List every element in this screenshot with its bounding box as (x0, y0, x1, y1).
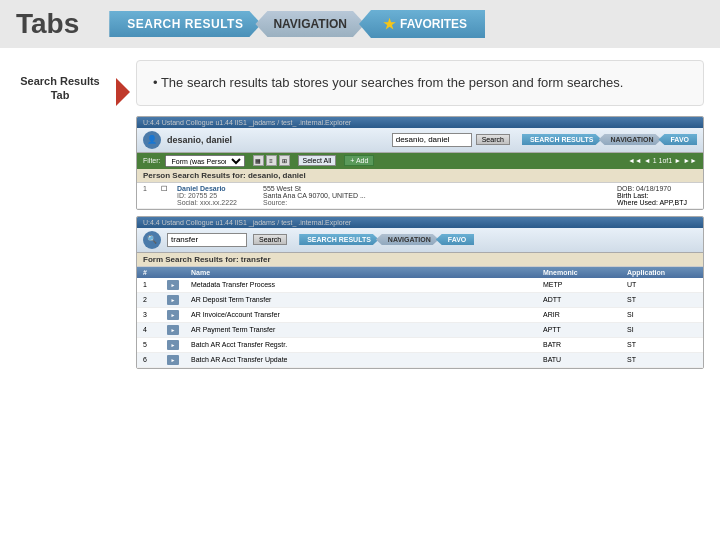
row-2-app: ST (627, 296, 697, 303)
row-3-app: SI (627, 311, 697, 318)
tab-navigation[interactable]: NAVIGATION (255, 11, 365, 37)
person-result-addr2: Santa Ana CA 90700, UNITED ... (263, 192, 611, 199)
form-tab-nav[interactable]: NAVIGATION (376, 234, 439, 245)
row-5-num: 5 (143, 341, 163, 348)
pagination: ◄◄ ◄ 1 1of1 ► ►► (628, 157, 697, 164)
form-col-header: # Name Mnemonic Application (137, 267, 703, 278)
person-result-birth: Birth Last: (617, 192, 697, 199)
person-ss-title-text: U:4.4 Ustand Collogue u1.44 IlS1 _jadams… (143, 119, 351, 126)
row-6-num: 6 (143, 356, 163, 363)
right-content: • The search results tab stores your sea… (120, 48, 720, 540)
person-avatar: 👤 (143, 131, 161, 149)
person-results-header: Person Search Results for: desanio, dani… (137, 169, 703, 183)
person-tab-sr[interactable]: SEARCH RESULTS (522, 134, 602, 145)
prev-page-btn[interactable]: ◄ (644, 157, 651, 164)
form-row-3[interactable]: 3 ► AR Invoice/Account Transfer ARIR SI (137, 308, 703, 323)
description-text: • The search results tab stores your sea… (153, 75, 623, 90)
person-search-input[interactable] (392, 133, 472, 147)
form-search-screenshot: U:4.4 Ustand Collogue u1.44 IlS1 _jadams… (136, 216, 704, 369)
person-result-where: Where Used: APP,BTJ (617, 199, 697, 206)
row-3-name: AR Invoice/Account Transfer (191, 311, 539, 318)
form-tab-fav[interactable]: FAVO (436, 234, 475, 245)
row-2-icon: ► (167, 295, 179, 305)
next-btn[interactable]: ►► (683, 157, 697, 164)
person-tab-fav[interactable]: FAVO (658, 134, 697, 145)
tab-favorites[interactable]: ★ FAVORITES (359, 10, 485, 38)
row-3-icon: ► (167, 310, 179, 320)
row-6-mnemonic: BATU (543, 356, 623, 363)
row-5-name: Batch AR Acct Transfer Regstr. (191, 341, 539, 348)
form-ss-title-text: U:4.4 Ustand Collogue u1.44 IlS1 _jadams… (143, 219, 351, 226)
row-num: 1 (143, 185, 155, 192)
col-application: Application (627, 269, 697, 276)
person-result-dob: DOB: 04/18/1970 (617, 185, 697, 192)
tab-search-results[interactable]: SEARCH RESULTS (109, 11, 261, 37)
list-icon[interactable]: ≡ (266, 155, 277, 166)
row-checkbox[interactable]: ☐ (161, 185, 171, 193)
form-avatar: 🔍 (143, 231, 161, 249)
row-4-app: SI (627, 326, 697, 333)
person-name: desanio, daniel (167, 135, 232, 145)
screenshots-area: U:4.4 Ustand Collogue u1.44 IlS1 _jadams… (136, 116, 704, 369)
person-filter-bar: Filter: Form (was Person Search) ▦ ≡ ⊞ S… (137, 153, 703, 169)
description-box: • The search results tab stores your sea… (136, 60, 704, 106)
form-tab-sr[interactable]: SEARCH RESULTS (299, 234, 379, 245)
person-search-button[interactable]: Search (476, 134, 510, 145)
form-row-4[interactable]: 4 ► AR Payment Term Transfer APTT SI (137, 323, 703, 338)
form-search-input[interactable] (167, 233, 247, 247)
detail-icon[interactable]: ⊞ (279, 155, 290, 166)
row-4-mnemonic: APTT (543, 326, 623, 333)
row-1-num: 1 (143, 281, 163, 288)
row-2-mnemonic: ADTT (543, 296, 623, 303)
col-mnemonic: Mnemonic (543, 269, 623, 276)
row-1-mnemonic: METP (543, 281, 623, 288)
sidebar: Search Results Tab (0, 48, 120, 540)
sidebar-arrow (116, 78, 130, 106)
person-ss-tabbar: SEARCH RESULTS NAVIGATION FAVO (522, 134, 697, 145)
col-num: # (143, 269, 163, 276)
add-button[interactable]: + Add (344, 155, 374, 166)
person-search-box: Search (392, 133, 510, 147)
row-5-mnemonic: BATR (543, 341, 623, 348)
person-ss-header: 👤 desanio, daniel Search SEARCH RESULTS … (137, 128, 703, 153)
grid-icon[interactable]: ▦ (253, 155, 264, 166)
form-tabbar: SEARCH RESULTS NAVIGATION FAVO (299, 234, 474, 245)
form-search-button[interactable]: Search (253, 234, 287, 245)
row-1-name: Metadata Transfer Process (191, 281, 539, 288)
form-row-6[interactable]: 6 ► Batch AR Acct Transfer Update BATU S… (137, 353, 703, 368)
select-all-button[interactable]: Select All (298, 155, 337, 166)
row-1-icon: ► (167, 280, 179, 290)
person-result-row[interactable]: 1 ☐ Daniel Desario ID: 20755 25 Social: … (137, 183, 703, 209)
person-result-source: Source: (263, 199, 611, 206)
form-results-header: Form Search Results for: transfer (137, 253, 703, 267)
row-6-name: Batch AR Acct Transfer Update (191, 356, 539, 363)
person-result-addr1: 555 West St (263, 185, 611, 192)
row-1-app: UT (627, 281, 697, 288)
col-icon (167, 269, 187, 276)
row-5-app: ST (627, 341, 697, 348)
person-ss-titlebar: U:4.4 Ustand Collogue u1.44 IlS1 _jadams… (137, 117, 703, 128)
form-results-list: 1 ► Metadata Transfer Process METP UT 2 … (137, 278, 703, 368)
col-name: Name (191, 269, 539, 276)
form-row-5[interactable]: 5 ► Batch AR Acct Transfer Regstr. BATR … (137, 338, 703, 353)
filter-select[interactable]: Form (was Person Search) (165, 155, 245, 167)
row-4-name: AR Payment Term Transfer (191, 326, 539, 333)
person-result-name: Daniel Desario (177, 185, 257, 192)
person-tab-nav[interactable]: NAVIGATION (599, 134, 662, 145)
row-4-num: 4 (143, 326, 163, 333)
row-3-mnemonic: ARIR (543, 311, 623, 318)
prev-btn[interactable]: ◄◄ (628, 157, 642, 164)
form-row-2[interactable]: 2 ► AR Deposit Term Transfer ADTT ST (137, 293, 703, 308)
row-2-num: 2 (143, 296, 163, 303)
person-result-social: Social: xxx.xx.2222 (177, 199, 257, 206)
filter-label: Filter: (143, 157, 161, 164)
next-page-btn[interactable]: ► (674, 157, 681, 164)
person-search-screenshot: U:4.4 Ustand Collogue u1.44 IlS1 _jadams… (136, 116, 704, 210)
form-ss-header: 🔍 Search SEARCH RESULTS NAVIGATION FAVO (137, 228, 703, 253)
form-row-1[interactable]: 1 ► Metadata Transfer Process METP UT (137, 278, 703, 293)
row-5-icon: ► (167, 340, 179, 350)
row-6-icon: ► (167, 355, 179, 365)
tab-bar: SEARCH RESULTS NAVIGATION ★ FAVORITES (109, 10, 485, 38)
icon-group: ▦ ≡ ⊞ (253, 155, 290, 166)
page-title: Tabs (16, 8, 79, 40)
